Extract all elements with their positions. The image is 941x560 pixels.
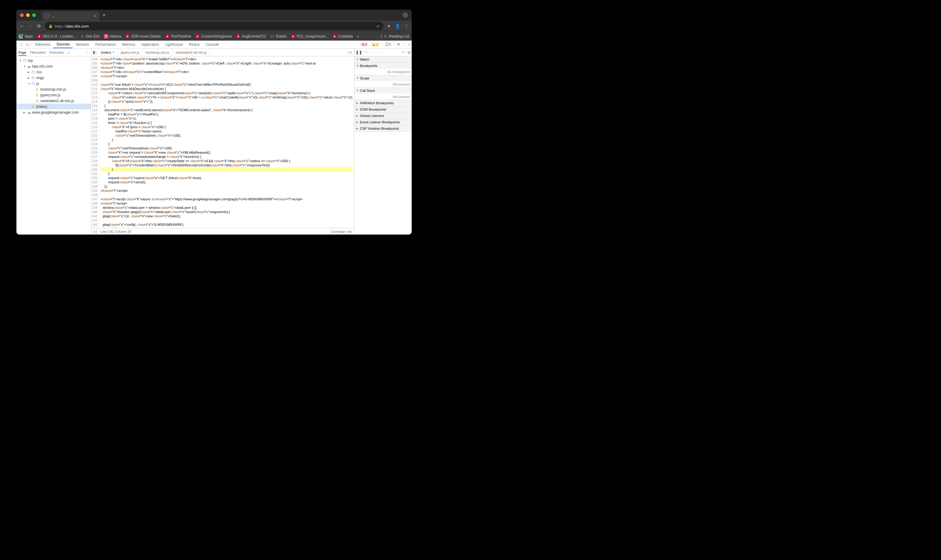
nav-tab-page[interactable]: Page — [18, 51, 26, 56]
code-line[interactable]: <class="t">div class=class="s">"loader7e… — [101, 57, 353, 61]
code-line[interactable]: }; — [101, 172, 353, 176]
debug-section-header[interactable]: ▼Watch — [354, 56, 412, 62]
profile-avatar[interactable] — [403, 12, 408, 18]
nav-more-icon[interactable]: » — [68, 51, 69, 54]
disclosure-triangle-icon[interactable]: ▼ — [28, 82, 30, 85]
tree-item[interactable]: 🗎bootstrap.min.js — [17, 86, 91, 92]
code-line[interactable]: }; — [101, 142, 353, 146]
disclosure-triangle-icon[interactable]: ▶ — [23, 111, 26, 114]
code-line[interactable]: gtag(class="s">'js', class="k">new class… — [101, 214, 353, 218]
debug-section-header[interactable]: ▶DOM Breakpoints — [354, 106, 412, 112]
warning-badge[interactable]: ▲1 — [371, 43, 380, 46]
code-line[interactable]: loadPer.class="c">text(++prev); — [101, 129, 353, 133]
close-tab-icon[interactable]: × — [112, 50, 115, 55]
devtools-tab-sources[interactable]: Sources — [53, 41, 73, 48]
step-over-icon[interactable]: ↷ — [364, 50, 367, 55]
star-icon[interactable]: ☆ — [376, 24, 380, 28]
bookmark-item[interactable]: 🗀Elastic — [270, 34, 286, 38]
minimize-window-button[interactable] — [26, 13, 30, 17]
code-line[interactable] — [101, 193, 353, 197]
disclosure-triangle-icon[interactable]: ▶ — [28, 71, 30, 74]
code-line[interactable]: request.class="c">send(); — [101, 180, 353, 184]
code-line[interactable]: prev = class="n">1; — [101, 116, 353, 121]
code-line[interactable]: }); — [101, 184, 353, 188]
debug-section-header[interactable]: ▼Scope — [354, 75, 412, 81]
forward-button[interactable]: → — [28, 23, 33, 29]
code-line[interactable]: class="k">return class="s">'%' + (class=… — [101, 95, 353, 99]
debug-section-header[interactable]: ▼Breakpoints — [354, 63, 412, 69]
code-line[interactable] — [101, 218, 353, 222]
nav-menu-icon[interactable]: ⋮ — [86, 50, 89, 54]
bookmark-item[interactable]: ●SECA UI : Localho... — [37, 34, 76, 38]
omnibox[interactable]: 🔒 https://tata.v0s.com ☆ — [45, 22, 383, 30]
code-line[interactable]: <class="t">script class="k">async src=cl… — [101, 197, 353, 201]
bookmark-item[interactable]: ●TestTimeline — [165, 34, 191, 38]
devtools-tab-redux[interactable]: Redux — [186, 41, 203, 48]
code-line[interactable]: class="k">return class="c">decodeURIComp… — [101, 91, 353, 95]
code-line[interactable]: timer = class="k">function () { — [101, 121, 353, 125]
code-line[interactable]: <class="t">script> — [101, 74, 353, 78]
code-line[interactable]: window.class="c">dataLayer = window.clas… — [101, 205, 353, 210]
new-tab-button[interactable]: + — [102, 12, 106, 18]
code-line[interactable]: class="c">setTimeout(timer,class="n">100… — [101, 146, 353, 150]
bookmark-overflow[interactable]: » — [357, 34, 359, 38]
code-line[interactable]: class="c">setTimeout(timer, class="n">10… — [101, 133, 353, 138]
code-line[interactable]: class="k">if (prev < class="n">100) { — [101, 125, 353, 129]
tree-item[interactable]: ▼🗀js — [17, 81, 91, 86]
code-line[interactable]: class="k">var linkurl = class="s">'/clas… — [101, 82, 353, 87]
show-navigator-icon[interactable]: ◧ — [91, 50, 98, 55]
tree-item[interactable]: 🗎jquery.min.js — [17, 92, 91, 98]
devtools-tab-application[interactable]: Application — [138, 41, 162, 48]
tree-item[interactable]: ▼🗀top — [17, 58, 91, 63]
bookmark-item[interactable]: KKibana — [104, 34, 121, 38]
code-editor[interactable]: 1041051061071081091101111121131141151161… — [91, 56, 354, 228]
disclosure-triangle-icon[interactable]: ▼ — [23, 65, 26, 68]
code-line[interactable]: } — [101, 138, 353, 142]
nav-tab-overrides[interactable]: Overrides — [49, 51, 64, 54]
close-window-button[interactable] — [20, 13, 24, 17]
devtools-tab-performance[interactable]: Performance — [92, 41, 119, 48]
code-line[interactable]: <class="t">script> — [101, 201, 353, 205]
disclosure-triangle-icon[interactable]: ▼ — [19, 59, 22, 62]
info-badge[interactable]: 💬1 — [385, 42, 391, 46]
tree-item[interactable]: ▶☁www.googletagmanager.com — [17, 109, 91, 115]
code-line[interactable] — [101, 78, 353, 82]
step-out-icon[interactable]: ↑ — [373, 50, 375, 55]
code-line[interactable]: } — [101, 167, 353, 172]
code-line[interactable]: class="k">if (class="k">this.class="c">r… — [101, 159, 353, 163]
code-line[interactable]: class="k">function b64DecodeUnicode(str)… — [101, 87, 353, 91]
bookmark-item[interactable]: ●P22_AssignAsset... — [291, 34, 328, 38]
code-line[interactable]: request.class="c">open(class="s">'GET',l… — [101, 176, 353, 180]
code-line[interactable]: loadPer = $(class="s">'#loadPer'); — [101, 112, 353, 116]
back-button[interactable]: ← — [19, 23, 24, 29]
tree-item[interactable]: 🗎sweetalert2.all.min.js — [17, 98, 91, 104]
run-snippet-icon[interactable]: ▷| — [346, 50, 354, 54]
inspect-icon[interactable]: ⬚ — [18, 42, 24, 47]
debug-section-header[interactable]: ▶XHR/fetch Breakpoints — [354, 100, 412, 106]
debug-section-header[interactable]: ▶CSP Violation Breakpoints — [354, 125, 412, 132]
tree-item[interactable]: ▶🗀imgs — [17, 75, 91, 81]
close-devtools-icon[interactable]: × — [408, 43, 410, 46]
tree-item[interactable]: ▼☁tata.v0s.com — [17, 63, 91, 69]
code-line[interactable]: }).class="c">join(class="s">'')); — [101, 99, 353, 104]
pretty-print-icon[interactable]: { } — [94, 230, 97, 233]
disclosure-triangle-icon[interactable]: ▶ — [28, 76, 30, 79]
pause-exceptions-icon[interactable]: ⊘ — [407, 50, 411, 55]
profile-icon[interactable]: 👤 — [395, 24, 400, 28]
devtools-tab-lighthouse[interactable]: Lighthouse — [162, 41, 186, 48]
code-line[interactable]: <class="t">div id=class="s">"contentMain… — [101, 70, 353, 74]
code-line[interactable]: class="k">function gtag(){class="c">data… — [101, 210, 353, 214]
code-line[interactable]: request.class="c">onreadystatechange = c… — [101, 155, 353, 159]
error-badge[interactable]: ⊘2 — [360, 42, 368, 46]
browser-tab[interactable]: ... × — [42, 12, 99, 21]
close-tab-icon[interactable]: × — [94, 14, 96, 18]
reload-button[interactable]: ⟳ — [36, 23, 41, 29]
reading-list[interactable]: | 🗀Reading List — [381, 34, 409, 38]
debug-section-header[interactable]: ▶Event Listener Breakpoints — [354, 119, 412, 125]
debug-section-header[interactable]: ▶Global Listeners — [354, 113, 412, 119]
bookmark-item[interactable]: ●CustomStringIssue — [195, 34, 232, 38]
code-line[interactable]: </class="t">script> — [101, 188, 353, 193]
code-line[interactable]: <class="t">div style="position: absolute… — [101, 61, 353, 65]
code-line[interactable]: $(class="s">'#contentMain').class="c">ht… — [101, 163, 353, 167]
tree-item[interactable]: 🗎(index) — [17, 104, 91, 109]
